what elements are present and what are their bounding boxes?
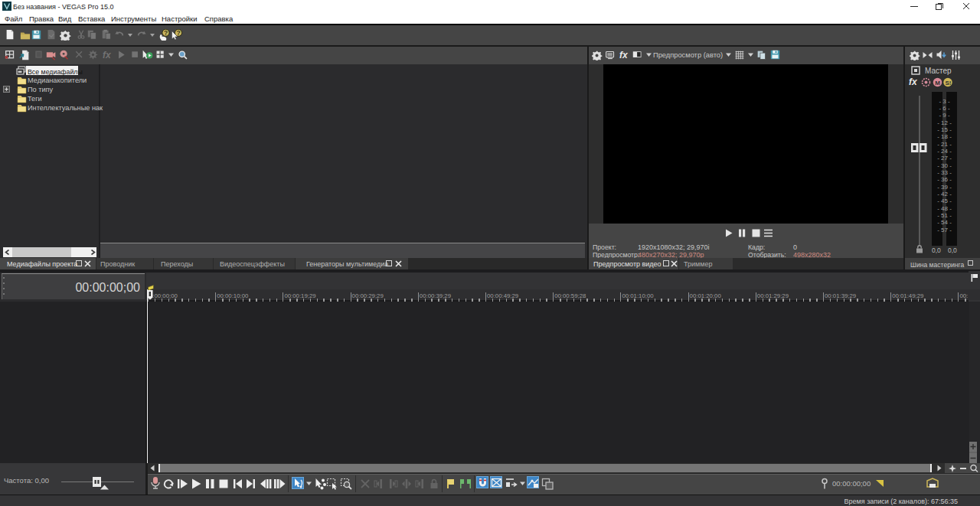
svg-text:M: M (935, 80, 940, 87)
svg-text:?: ? (176, 29, 180, 37)
svg-text:S!: S! (946, 80, 952, 87)
svg-text:?: ? (164, 29, 168, 37)
